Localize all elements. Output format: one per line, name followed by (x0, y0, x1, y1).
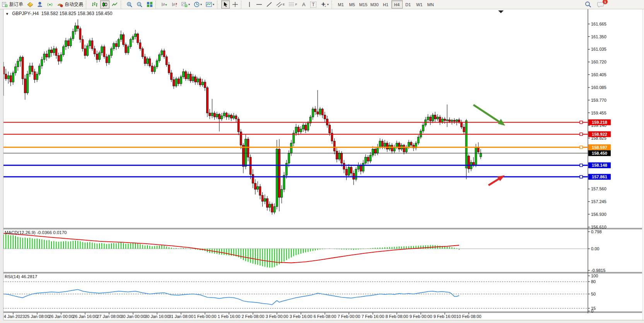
candlestick (305, 125, 307, 130)
candlestick (273, 207, 275, 212)
candlestick (159, 55, 161, 61)
candlestick (336, 151, 338, 159)
price-axis-tick: 159.770 (591, 98, 606, 103)
tf-button-M5[interactable]: M5 (347, 0, 358, 9)
horizontal-line-tool-button[interactable] (255, 0, 264, 9)
candlestick (384, 143, 386, 146)
candlestick (302, 125, 304, 129)
candlestick (369, 155, 371, 161)
candlestick (252, 174, 254, 183)
candlestick (312, 109, 314, 117)
data-window-button[interactable] (36, 0, 44, 9)
candlestick (456, 120, 458, 121)
time-axis-label: 30 Jan 00:00 (121, 314, 145, 319)
new-order-button[interactable]: 新订单 (0, 0, 25, 9)
auto-scroll-button[interactable] (160, 0, 169, 9)
auto-scroll-icon (161, 2, 167, 7)
candlestick (125, 44, 127, 53)
indicators-button[interactable]: ▾ (180, 0, 191, 9)
toolbar-separator (155, 1, 159, 9)
templates-button[interactable]: ▾ (204, 0, 216, 9)
toolbar-separator (121, 1, 124, 9)
zoom-out-button[interactable] (135, 0, 144, 9)
candlestick (53, 49, 55, 53)
zoom-in-button[interactable] (125, 0, 134, 9)
candlestick (444, 119, 446, 121)
candlestick (180, 77, 182, 84)
candlestick (221, 116, 223, 119)
notification-badge: 1 (603, 0, 608, 4)
tf-button-H1[interactable]: H1 (380, 0, 391, 9)
candlestick (367, 157, 369, 161)
toolbar-separator (241, 1, 244, 9)
tf-button-M15[interactable]: M15 (358, 0, 369, 9)
candlestick (185, 72, 187, 79)
tf-button-W1[interactable]: W1 (414, 0, 425, 9)
candlestick (379, 141, 381, 147)
equidistant-channel-tool-button[interactable]: E (275, 0, 286, 9)
candlestick (278, 149, 280, 198)
tile-windows-icon (147, 2, 153, 7)
level-line-handle[interactable] (580, 146, 583, 149)
toolbar-right-group: 1 (583, 0, 644, 9)
candlestick (101, 47, 103, 53)
fibonacci-tool-button[interactable]: F (287, 0, 299, 9)
text-label-tool-button[interactable]: T (309, 0, 318, 9)
svg-text:157.861: 157.861 (592, 174, 607, 179)
candlestick (446, 120, 448, 121)
market-watch-button[interactable] (26, 0, 35, 9)
arrows-tool-button[interactable]: ▾ (319, 0, 330, 9)
cursor-tool-button[interactable] (221, 0, 230, 9)
tf-button-MN[interactable]: MN (425, 0, 436, 9)
notifications-button[interactable]: 1 (596, 0, 606, 9)
tile-windows-button[interactable] (145, 0, 154, 9)
chart-shift-marker[interactable] (498, 10, 504, 13)
candlestick (195, 77, 196, 82)
new-order-label: 新订单 (9, 1, 23, 8)
candlestick (237, 119, 239, 132)
bar-chart-mode-button[interactable] (90, 0, 99, 9)
candlestick-mode-button[interactable] (100, 0, 109, 9)
candlestick (290, 143, 292, 153)
candlestick (480, 153, 482, 157)
vertical-line-tool-button[interactable] (245, 0, 254, 9)
candlestick (396, 143, 398, 147)
periods-button[interactable]: ▾ (192, 0, 203, 9)
chart-shift-button[interactable] (170, 0, 179, 9)
dropdown-caret-icon: ▾ (200, 3, 202, 6)
candlestick (34, 72, 36, 80)
level-line-handle[interactable] (580, 164, 583, 167)
candlestick (103, 47, 105, 57)
search-button[interactable] (583, 0, 593, 9)
tf-button-D1[interactable]: D1 (403, 0, 414, 9)
signals-button[interactable] (45, 0, 55, 9)
level-line-handle[interactable] (580, 133, 583, 135)
tf-button-M1[interactable]: M1 (335, 0, 347, 9)
candlestick (314, 109, 316, 112)
candlestick (429, 117, 431, 121)
line-chart-mode-button[interactable] (110, 0, 120, 9)
candlestick (135, 34, 137, 36)
time-axis[interactable]: 24 Jan 202325 Jan 08:0026 Jan 00:0026 Ja… (2, 313, 482, 319)
candlestick (149, 59, 151, 66)
candlestick (79, 29, 81, 39)
crosshair-tool-button[interactable] (231, 0, 240, 9)
level-line-handle[interactable] (580, 121, 583, 124)
candlestick (345, 169, 347, 175)
chart-canvas[interactable]: 161.665161.350161.035160.720160.405160.0… (0, 0, 644, 323)
level-line-handle[interactable] (580, 176, 583, 178)
auto-trading-button[interactable]: 自动交易 (55, 0, 85, 9)
price-axis[interactable]: 161.665161.350161.035160.720160.405160.0… (588, 22, 606, 229)
time-axis-label: 30 Jan 16:00 (145, 314, 169, 319)
candlestick (233, 116, 235, 118)
time-axis-label: 27 Jan 08:00 (97, 314, 121, 319)
candlestick (70, 39, 72, 46)
text-tool-button[interactable]: A (299, 0, 308, 9)
svg-text:100: 100 (591, 273, 598, 278)
price-axis-tick: 159.455 (591, 111, 606, 115)
candlestick (228, 115, 230, 117)
tf-button-H4[interactable]: H4 (391, 0, 403, 9)
trendline-tool-button[interactable] (265, 0, 274, 9)
crosshair-icon (232, 2, 238, 7)
tf-button-M30[interactable]: M30 (369, 0, 380, 9)
